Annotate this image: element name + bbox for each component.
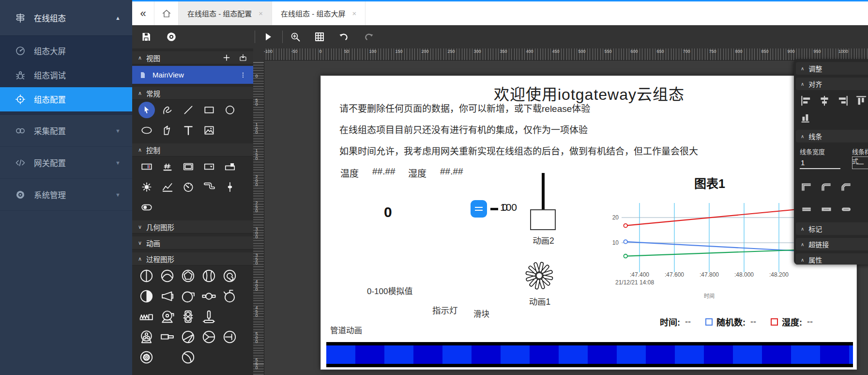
zoom-in-button[interactable] (289, 31, 301, 43)
dropdown-tool[interactable] (198, 156, 219, 177)
numeric-display-widget[interactable]: 0 (384, 204, 392, 220)
number-tool[interactable] (157, 156, 178, 177)
humidity-label[interactable]: 湿度 (408, 166, 426, 179)
import-icon[interactable] (239, 53, 247, 62)
toggle-tool[interactable] (136, 197, 157, 218)
shape-valve-split[interactable] (136, 266, 157, 286)
cap-square-button[interactable] (819, 203, 834, 216)
shape-centrifugal-pump[interactable] (157, 306, 178, 327)
shape-partial-1[interactable] (136, 367, 157, 375)
corner-miter-button[interactable] (799, 181, 814, 193)
sidebar-item-config-debug[interactable]: 组态调试 (0, 63, 132, 87)
tab-close-icon[interactable]: × (259, 9, 263, 17)
shape-pipe-box[interactable] (157, 327, 178, 347)
chart-title[interactable]: 图表1 (608, 174, 811, 191)
toolbox-section-几何图形[interactable]: ∨几何图形 (132, 220, 253, 234)
rect-tool[interactable] (198, 100, 219, 120)
line-style-dropdown[interactable]: — (852, 156, 868, 169)
shape-partial-3[interactable] (178, 367, 198, 375)
chart-tool[interactable] (157, 177, 178, 197)
section-hyperlink[interactable]: ∧ 超链接 (796, 238, 868, 250)
shape-pump-tail[interactable] (178, 286, 198, 306)
sidebar-item-config-big-screen[interactable]: 组态大屏 (0, 39, 132, 63)
shape-partial-2[interactable] (157, 367, 178, 375)
toolbox-section-view[interactable]: ∧视图 (132, 51, 253, 64)
align-top-button[interactable] (855, 94, 868, 107)
page-paragraph-3[interactable]: 如果时间允许，我考虑用网关重新实现在线组态的后台，做到有机结合，但工作量会很大 (339, 144, 698, 157)
design-canvas[interactable]: 欢迎使用iotgateway云组态 请不要删除任何页面的数据，你可以新增，或下载… (264, 61, 868, 375)
shape-horn[interactable] (157, 286, 178, 306)
animation1-label[interactable]: 动画1 (525, 295, 555, 307)
shape-pump-spiral[interactable] (219, 266, 240, 286)
corner-round-button[interactable] (819, 181, 834, 193)
run-button[interactable] (262, 31, 274, 43)
toolbox-section-控制[interactable]: ∧控制 (132, 143, 253, 156)
grid-button[interactable] (314, 31, 325, 43)
section-property[interactable]: ∧ 属性 (796, 253, 868, 265)
design-page[interactable]: 欢迎使用iotgateway云组态 请不要删除任何页面的数据，你可以新增，或下载… (320, 76, 857, 370)
section-line[interactable]: ∧ 线条 (796, 130, 868, 142)
toolbox-section-过程图形[interactable]: ∧过程图形 (132, 252, 253, 266)
section-align[interactable]: ∧ 对齐 (796, 78, 868, 90)
temperature-value[interactable]: ##.## (372, 166, 396, 177)
align-right-button[interactable] (837, 94, 849, 107)
line-width-input[interactable] (800, 157, 840, 169)
sliderv-tool[interactable] (219, 177, 240, 197)
tab-1[interactable]: 在线组态 - 组态配置× (179, 1, 272, 25)
humidity-value[interactable]: ##.## (440, 166, 463, 177)
align-left-button[interactable] (800, 94, 812, 107)
page-paragraph-2[interactable]: 在线组态项目目前只还没有进行有机的集成，仅作为一项体验 (339, 123, 588, 136)
plus-icon[interactable] (222, 53, 231, 62)
redo-button[interactable] (363, 31, 375, 43)
section-marker[interactable]: ∧ 标记 (796, 222, 868, 235)
lamp-tool[interactable] (136, 177, 157, 197)
gauge-tool[interactable] (178, 177, 198, 197)
save-button[interactable] (140, 31, 152, 43)
sidebar-item-system-manage[interactable]: 系统管理▼ (0, 179, 132, 211)
pipe-animation-label[interactable]: 管道动画 (330, 324, 362, 336)
text-tool[interactable] (178, 120, 198, 141)
shape-valve-node[interactable] (198, 286, 219, 306)
shape-pump-ball[interactable] (198, 266, 219, 286)
align-center-button[interactable] (818, 94, 831, 107)
section-adjust[interactable]: ∧ 调整 (796, 62, 868, 75)
home-button[interactable] (154, 1, 179, 25)
corner-bevel-button[interactable] (838, 181, 854, 193)
select-tool[interactable] (136, 100, 157, 120)
tab-2[interactable]: 在线组态 - 组态大屏× (272, 1, 365, 25)
shape-pump-dome[interactable] (157, 266, 178, 286)
sidebar-item-gateway-config[interactable]: 网关配置▼ (0, 147, 132, 179)
settings-button[interactable] (166, 31, 177, 43)
shape-coil-box[interactable] (136, 306, 157, 327)
temperature-label[interactable]: 温度 (340, 166, 359, 179)
circle-tool[interactable] (219, 100, 240, 120)
pipe-animation-widget[interactable] (326, 342, 853, 367)
pipe-tool[interactable] (198, 177, 219, 197)
dots-icon[interactable] (240, 71, 246, 79)
polyline-tool[interactable] (157, 120, 178, 141)
button-tool[interactable] (178, 156, 198, 177)
shape-pump-tail2[interactable] (219, 286, 240, 306)
toolbox-section-常规[interactable]: ∧常规 (132, 87, 253, 100)
curve-tool[interactable] (157, 100, 178, 120)
page-paragraph-1[interactable]: 请不要删除任何页面的数据，你可以新增，或下载release体验 (339, 101, 590, 114)
ellipse-tool[interactable] (136, 120, 157, 141)
line-tool[interactable] (178, 100, 198, 120)
shape-pump-arc[interactable] (178, 347, 198, 367)
sim-value-label[interactable]: 0-100模拟值 (367, 284, 412, 297)
sidebar-item-config-setup[interactable]: 组态配置 (0, 87, 132, 111)
slider-widget-label[interactable]: 滑块 (473, 308, 489, 319)
shape-motor[interactable] (136, 327, 157, 347)
shape-plunger[interactable] (198, 306, 219, 327)
sliderbox-tool[interactable] (219, 156, 240, 177)
shape-signal-stack[interactable] (178, 306, 198, 327)
view-item-mainview[interactable]: MainView (132, 66, 253, 84)
animation2-box[interactable] (530, 209, 556, 230)
shape-pump-pentagon[interactable] (178, 266, 198, 286)
animation2-stick[interactable] (542, 173, 545, 210)
textinput-tool[interactable] (136, 156, 157, 177)
slider-handle-widget[interactable] (471, 200, 487, 218)
align-bottom-button[interactable] (800, 111, 812, 124)
collapse-sidebar-button[interactable]: « (132, 1, 154, 25)
image-tool[interactable] (198, 120, 219, 141)
